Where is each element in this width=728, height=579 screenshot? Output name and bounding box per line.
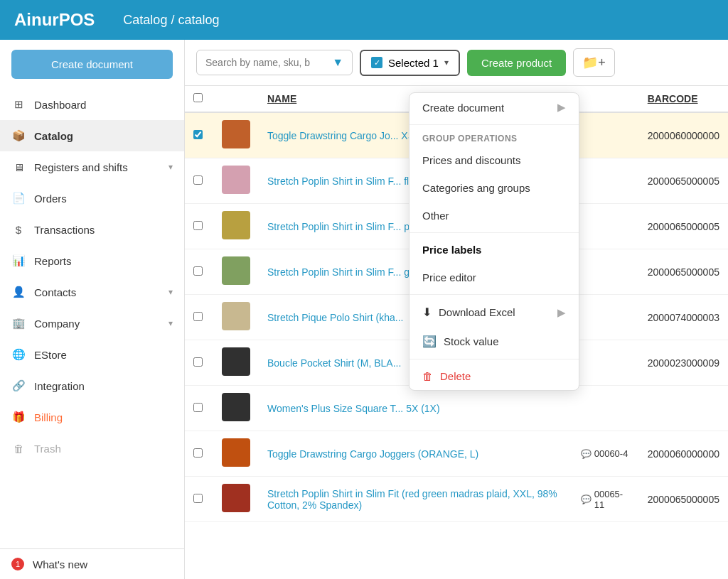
dropdown-item-price-editor[interactable]: Price editor	[410, 264, 579, 291]
box-icon: 📦	[11, 129, 26, 143]
select-all-checkbox[interactable]	[193, 93, 203, 102]
whats-new-item[interactable]: 1 What's new	[0, 548, 184, 579]
product-name[interactable]: Toggle Drawstring Cargo Joggers (ORANGE,…	[259, 431, 572, 477]
delete-label: Delete	[440, 370, 471, 382]
file-icon: 📄	[11, 191, 26, 205]
create-product-btn[interactable]: Create product	[467, 50, 566, 76]
sidebar-item-trash[interactable]: 🗑 Trash	[0, 433, 184, 464]
selected-dropdown-btn[interactable]: ✓ Selected 1 ▾	[360, 50, 460, 76]
search-input[interactable]	[205, 57, 326, 68]
table-row: Stretch Poplin Shirt in Slim Fit (red gr…	[185, 477, 728, 522]
sidebar-item-company[interactable]: 🏢 Company ▾	[0, 308, 184, 339]
add-folder-btn[interactable]: 📁+	[573, 48, 615, 77]
product-sku	[572, 249, 639, 295]
sidebar-item-catalog[interactable]: 📦 Catalog	[0, 120, 184, 151]
row-checkbox[interactable]	[193, 357, 203, 367]
product-thumbnail	[222, 347, 250, 376]
sidebar-item-transactions[interactable]: $ Transactions	[0, 214, 184, 245]
sidebar-item-estore[interactable]: 🌐 EStore	[0, 339, 184, 370]
filter-icon[interactable]: ▼	[332, 56, 343, 69]
arrow-right-icon: ▶	[557, 101, 566, 114]
person-icon: 👤	[11, 285, 26, 299]
product-sku	[572, 158, 639, 204]
sidebar-create-btn[interactable]: Create document	[11, 50, 173, 79]
row-checkbox[interactable]	[193, 312, 203, 321]
stock-value-label: Stock value	[444, 335, 499, 347]
row-checkbox[interactable]	[193, 403, 203, 412]
row-checkbox[interactable]	[193, 175, 203, 185]
globe-icon: 🌐	[11, 347, 26, 362]
product-name[interactable]: Women's Plus Size Square T... 5X (1X)	[259, 386, 572, 431]
sidebar-item-dashboard[interactable]: ⊞ Dashboard	[0, 89, 184, 120]
group-ops-label: GROUP OPERATIONS	[410, 128, 579, 146]
row-checkbox[interactable]	[193, 266, 203, 276]
dropdown-divider-4	[410, 359, 579, 359]
sidebar-item-label: Contacts	[34, 286, 160, 298]
sidebar-item-reports[interactable]: 📊 Reports	[0, 245, 184, 276]
product-thumbnail	[222, 302, 250, 330]
product-sku	[572, 295, 639, 340]
dropdown-item-download-excel[interactable]: ⬇ Download Excel ▶	[410, 298, 579, 327]
dropdown-item-price-labels[interactable]: Price labels	[410, 236, 579, 264]
product-sku	[572, 340, 639, 386]
product-barcode: 2000065000005	[639, 249, 728, 295]
main-layout: Create document ⊞ Dashboard 📦 Catalog 🖥 …	[0, 40, 728, 579]
product-sku	[572, 204, 639, 249]
download-icon: ⬇	[422, 305, 432, 319]
product-thumbnail	[222, 484, 250, 512]
sidebar-item-contacts[interactable]: 👤 Contacts ▾	[0, 276, 184, 308]
dropdown-item-delete[interactable]: 🗑 Delete	[410, 362, 579, 390]
checkbox-checked-icon: ✓	[371, 57, 382, 68]
search-box[interactable]: ▼	[196, 50, 353, 75]
col-check	[185, 86, 213, 112]
topbar: AinurPOS Catalog / catalog	[0, 0, 728, 40]
dropdown-divider-2	[410, 232, 579, 233]
create-document-label: Create document	[422, 102, 504, 114]
toolbar: ▼ ✓ Selected 1 ▾ Create product 📁+	[185, 40, 728, 86]
dropdown-item-categories[interactable]: Categories ang groups	[410, 174, 579, 202]
sidebar-item-integration[interactable]: 🔗 Integration	[0, 370, 184, 401]
row-checkbox[interactable]	[193, 494, 203, 503]
product-thumbnail	[222, 166, 250, 194]
sidebar-item-label: Transactions	[34, 224, 173, 236]
row-checkbox[interactable]	[193, 221, 203, 230]
trash-icon: 🗑	[11, 441, 26, 455]
chevron-down-icon: ▾	[444, 58, 449, 67]
monitor-icon: 🖥	[11, 160, 26, 174]
price-labels-label: Price labels	[422, 244, 481, 256]
product-barcode: 2000065000005	[639, 204, 728, 249]
other-label: Other	[422, 210, 449, 222]
grid-icon: ⊞	[11, 97, 26, 112]
sidebar-item-label: Reports	[34, 255, 173, 267]
table-row: Women's Plus Size Square T... 5X (1X)	[185, 386, 728, 431]
building-icon: 🏢	[11, 316, 26, 330]
product-barcode	[639, 386, 728, 431]
col-barcode[interactable]: BARCODE	[639, 86, 728, 112]
sidebar-item-registers[interactable]: 🖥 Registers and shifts ▾	[0, 151, 184, 183]
col-img	[213, 86, 259, 112]
dropdown-item-prices[interactable]: Prices and discounts	[410, 146, 579, 174]
product-barcode: 2000060000000	[639, 431, 728, 477]
sidebar-item-label: Registers and shifts	[34, 161, 160, 173]
sidebar-item-orders[interactable]: 📄 Orders	[0, 183, 184, 214]
dropdown-item-stock-value[interactable]: 🔄 Stock value	[410, 327, 579, 356]
sidebar-item-label: Integration	[34, 380, 173, 392]
sidebar-item-label: EStore	[34, 349, 173, 361]
dropdown-item-other[interactable]: Other	[410, 202, 579, 229]
product-sku	[572, 386, 639, 431]
col-sku	[572, 86, 639, 112]
row-checkbox[interactable]	[193, 448, 203, 458]
product-name[interactable]: Stretch Poplin Shirt in Slim Fit (red gr…	[259, 477, 572, 522]
categories-label: Categories ang groups	[422, 182, 530, 194]
sidebar-item-label: Catalog	[34, 130, 173, 142]
product-sku: 💬00060-4	[572, 431, 639, 477]
chevron-down-icon: ▾	[168, 318, 173, 328]
product-barcode: 2000023000009	[639, 340, 728, 386]
row-checkbox[interactable]	[193, 130, 203, 139]
dropdown-item-create-document[interactable]: Create document ▶	[410, 93, 579, 121]
notification-badge: 1	[11, 558, 24, 570]
sidebar-item-billing[interactable]: 🎁 Billing	[0, 401, 184, 433]
whats-new-label: What's new	[33, 558, 87, 570]
product-thumbnail	[222, 256, 250, 285]
folder-plus-icon: 📁+	[582, 55, 606, 70]
